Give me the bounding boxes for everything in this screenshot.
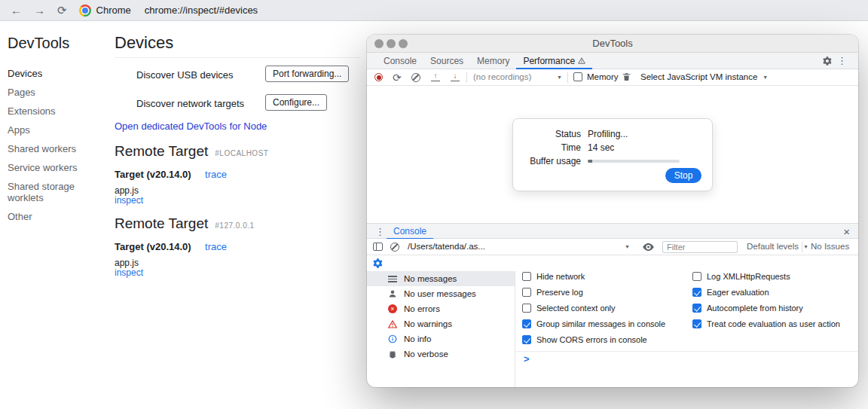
divider <box>802 242 802 252</box>
remote-target-title: Remote Target <box>115 143 208 160</box>
console-filter-input[interactable] <box>662 241 738 253</box>
load-profile-icon[interactable]: ↑ <box>431 72 440 81</box>
tab-sources[interactable]: Sources <box>423 53 470 69</box>
remote-target-header: Remote Target #127.0.0.1 <box>115 215 255 232</box>
browser-toolbar: ← → ⟳ Chrome chrome://inspect/#devices <box>0 0 868 21</box>
more-menu-icon[interactable]: ⋮ <box>837 56 847 66</box>
recordings-select[interactable]: (no recordings) ▼ <box>473 72 562 81</box>
setting-eager-evaluation: Eager evaluation <box>692 288 769 297</box>
target-row: Target (v20.14.0) trace <box>115 167 227 181</box>
log-levels-select[interactable]: Default levels ▼ <box>747 242 808 251</box>
sidebar-item-extensions[interactable]: Extensions <box>0 102 113 121</box>
memory-checkbox-row: Memory <box>573 72 619 81</box>
sidebar-item-devices[interactable]: Devices <box>0 64 113 83</box>
warning-icon <box>388 320 397 328</box>
info-icon <box>388 334 397 343</box>
drawer-menu-icon[interactable]: ⋮ <box>375 227 385 237</box>
filter-no-messages[interactable]: No messages <box>367 271 515 286</box>
preserve-log-checkbox[interactable] <box>522 288 531 297</box>
console-sidebar-toggle-icon[interactable] <box>373 243 383 251</box>
inspect-link[interactable]: inspect <box>115 195 143 206</box>
divider <box>515 351 858 352</box>
filter-no-warnings[interactable]: No warnings <box>367 316 515 331</box>
setting-group-similar: Group similar messages in console <box>522 319 665 328</box>
devtools-window: DevTools Console Sources Memory Performa… <box>367 35 858 387</box>
settings-gear-icon[interactable] <box>822 56 833 66</box>
save-profile-icon[interactable]: ↓ <box>451 72 460 81</box>
drawer-tab-console[interactable]: Console <box>387 224 433 240</box>
performance-toolbar: ⟳ ↑ ↓ (no recordings) ▼ Memory Select Ja… <box>367 69 858 86</box>
performance-warning-icon <box>578 57 585 64</box>
bug-icon <box>388 349 397 359</box>
trace-link[interactable]: trace <box>205 241 227 252</box>
clear-console-icon[interactable] <box>390 243 399 252</box>
buffer-usage-bar <box>588 160 680 163</box>
sidebar-item-other[interactable]: Other <box>0 207 113 226</box>
live-expression-eye-icon[interactable] <box>643 243 654 252</box>
stop-button[interactable]: Stop <box>665 168 701 183</box>
console-prompt[interactable]: > <box>524 353 530 365</box>
hide-network-checkbox[interactable] <box>522 272 531 281</box>
issues-counter[interactable]: No Issues <box>811 242 849 251</box>
log-xhr-checkbox[interactable] <box>692 272 701 281</box>
target-name: Target (v20.14.0) <box>115 241 191 252</box>
eager-evaluation-checkbox[interactable] <box>692 288 701 297</box>
configure-button[interactable]: Configure... <box>265 94 327 111</box>
memory-checkbox[interactable] <box>573 72 582 81</box>
execution-context-select[interactable]: /Users/tatenda/.as... <box>408 242 485 251</box>
target-file: app.js <box>115 258 139 268</box>
inspect-sidebar: DevTools Devices Pages Extensions Apps S… <box>0 21 113 226</box>
filter-no-info[interactable]: No info <box>367 331 515 346</box>
filter-no-verbose[interactable]: No verbose <box>367 346 515 362</box>
target-file: app.js <box>115 185 139 196</box>
remote-target-title: Remote Target <box>115 215 208 232</box>
tab-performance[interactable]: Performance <box>516 53 592 69</box>
selected-context-checkbox[interactable] <box>522 304 531 313</box>
address-bar[interactable]: chrome://inspect/#devices <box>145 5 258 16</box>
target-name: Target (v20.14.0) <box>115 169 191 180</box>
drawer-header: ⋮ Console × <box>367 223 858 239</box>
browser-brand-label: Chrome <box>96 5 131 16</box>
filter-no-user-messages[interactable]: No user messages <box>367 286 515 301</box>
tab-memory[interactable]: Memory <box>470 53 516 69</box>
status-value: Profiling... <box>588 129 628 139</box>
user-action-eval-checkbox[interactable] <box>692 319 701 328</box>
chevron-down-icon[interactable]: ▼ <box>625 244 630 249</box>
sidebar-item-shared-storage-worklets[interactable]: Shared storage worklets <box>0 177 113 207</box>
drawer-close-icon[interactable]: × <box>843 226 850 237</box>
clear-icon[interactable] <box>411 73 420 82</box>
tab-console[interactable]: Console <box>377 53 423 69</box>
node-devtools-link[interactable]: Open dedicated DevTools for Node <box>115 121 267 132</box>
chevron-down-icon: ▼ <box>763 75 768 80</box>
garbage-collect-icon[interactable] <box>622 72 631 82</box>
port-forwarding-button[interactable]: Port forwarding... <box>265 66 349 82</box>
setting-preserve-log: Preserve log <box>522 288 583 297</box>
reload-record-icon[interactable]: ⟳ <box>393 72 402 83</box>
sidebar-item-apps[interactable]: Apps <box>0 121 113 139</box>
user-icon <box>388 289 397 298</box>
reload-icon[interactable]: ⟳ <box>57 5 67 16</box>
trace-link[interactable]: trace <box>205 169 227 180</box>
console-settings-gear-icon[interactable] <box>372 258 384 269</box>
back-icon[interactable]: ← <box>11 5 22 16</box>
memory-label: Memory <box>587 72 619 81</box>
cors-errors-checkbox[interactable] <box>522 335 531 344</box>
setting-hide-network: Hide network <box>522 272 585 281</box>
divider <box>115 57 360 58</box>
vm-instance-select[interactable]: Select JavaScript VM instance ▼ <box>640 72 768 81</box>
chevron-down-icon: ▼ <box>803 244 808 249</box>
group-similar-checkbox[interactable] <box>522 319 531 328</box>
time-value: 14 sec <box>588 142 614 153</box>
sidebar-item-shared-workers[interactable]: Shared workers <box>0 139 113 158</box>
autocomplete-history-checkbox[interactable] <box>692 304 701 313</box>
divider <box>515 271 515 387</box>
filter-no-errors[interactable]: No errors <box>367 301 515 316</box>
setting-cors-errors: Show CORS errors in console <box>522 335 647 344</box>
sidebar-item-service-workers[interactable]: Service workers <box>0 158 113 177</box>
inspect-sidebar-title: DevTools <box>0 21 113 64</box>
record-icon[interactable] <box>374 73 383 81</box>
forward-icon[interactable]: → <box>34 5 45 16</box>
inspect-link[interactable]: inspect <box>115 267 143 278</box>
sidebar-item-pages[interactable]: Pages <box>0 83 113 102</box>
remote-target-tag: #LOCALHOST <box>215 149 268 157</box>
